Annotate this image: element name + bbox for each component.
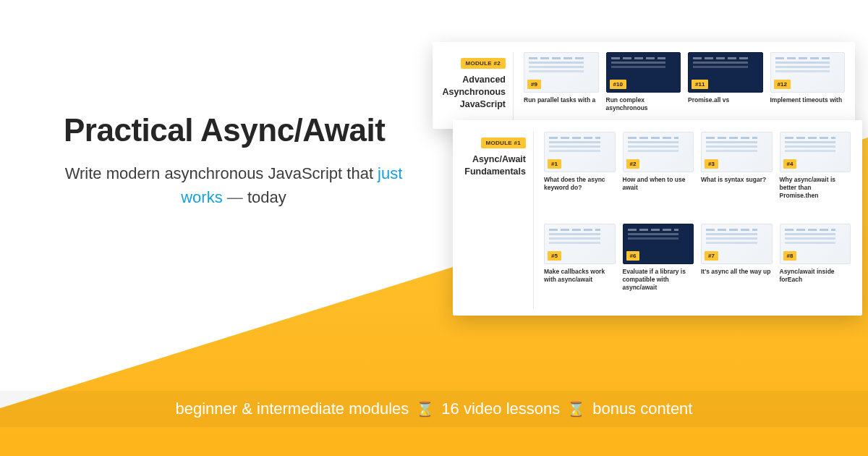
lesson-number-badge: #6 <box>626 251 640 261</box>
lesson-item: #12Implement timeouts with <box>770 52 846 129</box>
lesson-thumbnail: #5 <box>544 224 616 264</box>
module2-title: Advanced Asynchronous JavaScript <box>440 74 506 111</box>
lesson-number-badge: #1 <box>548 159 561 169</box>
hero-sub-dash: — <box>223 188 247 206</box>
footer-seg-modules: beginner & intermediate modules <box>176 400 409 418</box>
lesson-item: #5Make callbacks work with async/await <box>544 224 616 310</box>
lesson-number-badge: #11 <box>692 80 708 89</box>
lesson-title: Make callbacks work with async/await <box>544 268 616 284</box>
lesson-item: #4Why async/await is better than Promise… <box>780 132 851 218</box>
footer-bar: beginner & intermediate modules ⌛ 16 vid… <box>0 391 868 427</box>
lesson-thumbnail: #12 <box>770 52 846 93</box>
lesson-number-badge: #12 <box>774 80 791 89</box>
lesson-title: What is syntax sugar? <box>701 176 773 192</box>
lesson-number-badge: #10 <box>610 80 626 89</box>
module2-grid: #9Run parallel tasks with a#10Run comple… <box>514 52 845 129</box>
lesson-item: #2How and when to use await <box>623 132 694 218</box>
lesson-title: Promise.all vs <box>688 96 763 112</box>
module1-sidebar: MODULE #1 Async/Await Fundamentals <box>453 132 534 310</box>
lesson-number-badge: #2 <box>626 159 640 169</box>
module1-title: Async/Await Fundamentals <box>460 153 526 178</box>
lesson-title: Run complex asynchronous <box>606 96 681 112</box>
hourglass-icon: ⌛ <box>416 400 434 418</box>
lesson-thumbnail: #1 <box>544 132 616 172</box>
lesson-title: How and when to use await <box>623 176 694 192</box>
module2-sidebar: MODULE #2 Advanced Asynchronous JavaScri… <box>433 52 514 129</box>
lesson-item: #1What does the async keyword do? <box>544 132 616 218</box>
lesson-item: #6Evaluate if a library is compatible wi… <box>623 224 694 310</box>
lesson-title: Why async/await is better than Promise.t… <box>780 176 851 200</box>
hero-block: Practical Async/Await Write modern async… <box>64 112 404 209</box>
lesson-thumbnail: #2 <box>623 132 694 172</box>
lesson-thumbnail: #7 <box>701 224 773 264</box>
hero-sub-post: today <box>247 188 286 206</box>
hero-title: Practical Async/Await <box>64 112 404 148</box>
lesson-thumbnail: #9 <box>524 52 599 93</box>
lesson-thumbnail: #10 <box>606 52 681 93</box>
lesson-thumbnail: #8 <box>780 224 851 264</box>
footer-seg-lessons: 16 video lessons <box>441 400 560 418</box>
lesson-item: #9Run parallel tasks with a <box>524 52 599 129</box>
module2-badge: MODULE #2 <box>461 58 506 69</box>
lesson-item: #3What is syntax sugar? <box>701 132 773 218</box>
module1-badge: MODULE #1 <box>481 138 527 148</box>
lesson-title: Evaluate if a library is compatible with… <box>623 268 694 292</box>
lesson-title: Async/await inside forEach <box>780 268 851 284</box>
lesson-item: #7It's async all the way up <box>701 224 773 310</box>
module-card-fundamentals: MODULE #1 Async/Await Fundamentals #1Wha… <box>453 120 862 316</box>
lesson-title: Run parallel tasks with a <box>524 96 599 112</box>
lesson-thumbnail: #11 <box>688 52 763 93</box>
lesson-title: Implement timeouts with <box>770 96 846 112</box>
module1-grid: #1What does the async keyword do?#2How a… <box>534 132 851 310</box>
lesson-number-badge: #5 <box>548 251 561 261</box>
hourglass-icon: ⌛ <box>567 400 585 418</box>
lesson-number-badge: #3 <box>705 159 718 169</box>
lesson-number-badge: #8 <box>783 251 797 261</box>
footer-seg-bonus: bonus content <box>592 400 692 418</box>
lesson-thumbnail: #6 <box>623 224 694 264</box>
lesson-item: #10Run complex asynchronous <box>606 52 681 129</box>
hero-sub-pre: Write modern asynchronous JavaScript tha… <box>65 164 378 182</box>
lesson-title: It's async all the way up <box>701 268 773 284</box>
lesson-thumbnail: #4 <box>780 132 851 172</box>
lesson-number-badge: #4 <box>783 159 797 169</box>
lesson-number-badge: #7 <box>705 251 718 261</box>
lesson-number-badge: #9 <box>527 80 541 89</box>
lesson-thumbnail: #3 <box>701 132 773 172</box>
lesson-item: #8Async/await inside forEach <box>780 224 851 310</box>
lesson-title: What does the async keyword do? <box>544 176 616 192</box>
lesson-item: #11Promise.all vs <box>688 52 763 129</box>
hero-subtitle: Write modern asynchronous JavaScript tha… <box>64 161 404 209</box>
module-card-advanced: MODULE #2 Advanced Asynchronous JavaScri… <box>433 42 855 129</box>
